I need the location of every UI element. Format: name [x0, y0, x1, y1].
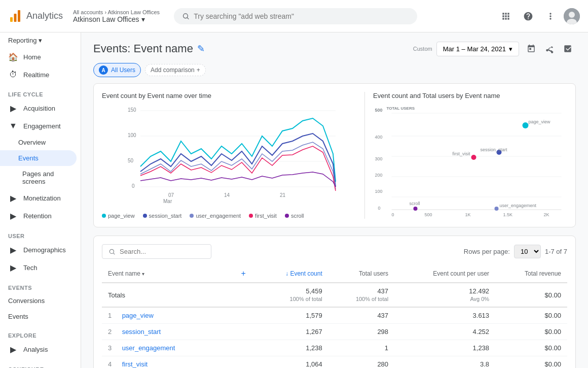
- home-icon: 🏠: [8, 52, 18, 62]
- sidebar-item-acquisition[interactable]: ▶ Acquisition: [0, 99, 77, 117]
- event-link[interactable]: session_start: [122, 328, 161, 336]
- row-total-revenue: $0.00: [495, 324, 567, 340]
- insights-icon-btn[interactable]: [560, 41, 576, 57]
- sidebar-item-demographics[interactable]: ▶ Demographics: [0, 241, 77, 259]
- date-label: Custom: [413, 46, 432, 52]
- search-input[interactable]: [194, 12, 409, 20]
- realtime-icon: ⏱: [8, 70, 18, 79]
- table-search-icon: [108, 248, 116, 255]
- sidebar-item-conversions[interactable]: Conversions: [0, 293, 77, 309]
- date-chevron: ▾: [509, 45, 512, 53]
- events-table: Event name ▾ + ↓ Event count Total users: [102, 265, 567, 368]
- add-comparison-btn[interactable]: Add comparison +: [145, 64, 206, 76]
- calendar-icon: [527, 44, 536, 53]
- page-title-area: Events: Event name ✎: [93, 42, 205, 55]
- line-chart-area: Event count by Event name over time 150 …: [102, 92, 356, 219]
- sidebar-item-retention[interactable]: ▶ Retention: [0, 207, 77, 225]
- sidebar-item-engagement[interactable]: ▼ Engagement: [0, 117, 77, 135]
- edit-icon[interactable]: ✎: [197, 43, 205, 54]
- more-icon-btn[interactable]: [541, 7, 560, 25]
- pagination-range: 1-7 of 7: [545, 248, 567, 255]
- table-toolbar: Rows per page: 10 25 50 1-7 of 7: [102, 244, 567, 259]
- reporting-chevron: ▾: [39, 37, 42, 44]
- sidebar: Reporting ▾ 🏠 Home ⏱ Realtime LIFE CYCLE…: [0, 32, 81, 368]
- legend-dot-user-engagement: [190, 214, 194, 218]
- table-search[interactable]: [102, 244, 211, 259]
- page-title: Events: Event name: [93, 42, 193, 55]
- event-link[interactable]: first_visit: [122, 360, 148, 368]
- svg-text:0: 0: [392, 212, 394, 217]
- col-event-name[interactable]: Event name ▾: [102, 265, 219, 283]
- sidebar-item-realtime[interactable]: ⏱ Realtime: [0, 66, 77, 83]
- legend-scroll: scroll: [285, 213, 304, 219]
- svg-point-5: [569, 12, 575, 18]
- engagement-icon: ▼: [8, 121, 18, 130]
- sidebar-demographics-label: Demographics: [23, 246, 66, 254]
- sidebar-item-analysis[interactable]: ▶ Analysis: [0, 341, 77, 358]
- legend-page-view: page_view: [102, 213, 135, 219]
- svg-text:500: 500: [425, 212, 432, 217]
- svg-text:0: 0: [132, 183, 135, 189]
- scatter-chart-area: Event count and Total users by Event nam…: [364, 92, 567, 219]
- share-icon-btn[interactable]: [541, 41, 558, 57]
- app-title: Analytics: [26, 11, 63, 21]
- row-num: 1: [108, 312, 120, 319]
- sidebar-item-overview[interactable]: Overview: [0, 135, 77, 150]
- row-total-users: 1: [328, 340, 394, 356]
- svg-text:Mar: Mar: [163, 198, 172, 204]
- sidebar-item-home[interactable]: 🏠 Home: [0, 48, 77, 66]
- reporting-btn[interactable]: Reporting ▾: [0, 32, 81, 48]
- table-search-input[interactable]: [120, 248, 205, 255]
- sidebar-home-label: Home: [23, 53, 41, 61]
- sidebar-engagement-label: Engagement: [23, 122, 61, 130]
- all-users-segment[interactable]: A All Users: [93, 63, 141, 77]
- avatar[interactable]: [564, 8, 580, 24]
- add-metric-btn[interactable]: +: [237, 269, 250, 278]
- legend-session-start: session_start: [143, 213, 182, 219]
- sidebar-analysis-label: Analysis: [23, 346, 48, 353]
- sidebar-item-monetization[interactable]: ▶ Monetization: [0, 189, 77, 207]
- totals-label: Totals: [102, 283, 219, 307]
- row-event-count-per-user: 1,238: [394, 340, 495, 356]
- date-range-area: Custom Mar 1 – Mar 24, 2021 ▾: [413, 41, 576, 57]
- rows-per-page-select[interactable]: 10 25 50: [514, 245, 541, 258]
- svg-text:14: 14: [224, 192, 230, 198]
- row-event-name: 2 session_start: [102, 324, 219, 340]
- row-num: 4: [108, 360, 120, 368]
- legend-dot-session-start: [143, 214, 147, 218]
- more-vert-icon: [545, 11, 556, 21]
- svg-text:scroll: scroll: [410, 201, 420, 206]
- sidebar-pages-label: Pages and screens: [22, 170, 68, 185]
- col-total-revenue[interactable]: Total revenue: [495, 265, 567, 283]
- col-event-count[interactable]: ↓ Event count: [256, 265, 328, 283]
- apps-icon-btn[interactable]: [497, 7, 515, 25]
- event-link[interactable]: user_engagement: [122, 344, 175, 352]
- svg-text:first_visit: first_visit: [453, 151, 471, 156]
- row-total-users: 298: [328, 324, 394, 340]
- main-layout: Reporting ▾ 🏠 Home ⏱ Realtime LIFE CYCLE…: [0, 32, 588, 368]
- row-event-count: 1,267: [256, 324, 328, 340]
- totals-row: Totals 5,459 100% of total 437 100% of t…: [102, 283, 567, 307]
- date-range-btn[interactable]: Mar 1 – Mar 24, 2021 ▾: [436, 42, 519, 56]
- row-num: 2: [108, 328, 120, 336]
- calendar-icon-btn[interactable]: [523, 41, 539, 57]
- sidebar-retention-label: Retention: [23, 212, 52, 220]
- configure-header: CONFIGURE: [0, 358, 81, 368]
- sidebar-item-events[interactable]: Events: [0, 150, 77, 166]
- event-link[interactable]: page_view: [122, 312, 154, 319]
- sidebar-item-tech[interactable]: ▶ Tech: [0, 259, 77, 277]
- scatter-chart-title: Event count and Total users by Event nam…: [373, 92, 567, 99]
- account-info: All accounts › Atkinson Law Offices Atki…: [73, 9, 160, 23]
- scatter-chart-svg: 500 400 300 200 100 0 TOTAL USERS: [373, 106, 567, 217]
- sidebar-item-events-nav[interactable]: Events: [0, 309, 77, 324]
- scatter-dot-page-view: [523, 122, 529, 128]
- col-add-metric[interactable]: +: [219, 265, 256, 283]
- analysis-icon: ▶: [8, 345, 18, 354]
- col-total-users[interactable]: Total users: [328, 265, 394, 283]
- svg-rect-1: [14, 14, 17, 22]
- col-event-count-per-user[interactable]: Event count per user: [394, 265, 495, 283]
- search-bar[interactable]: [174, 8, 417, 24]
- help-icon-btn[interactable]: [519, 7, 537, 25]
- svg-text:100: 100: [128, 132, 136, 138]
- sidebar-item-pages-screens[interactable]: Pages and screens: [0, 166, 77, 189]
